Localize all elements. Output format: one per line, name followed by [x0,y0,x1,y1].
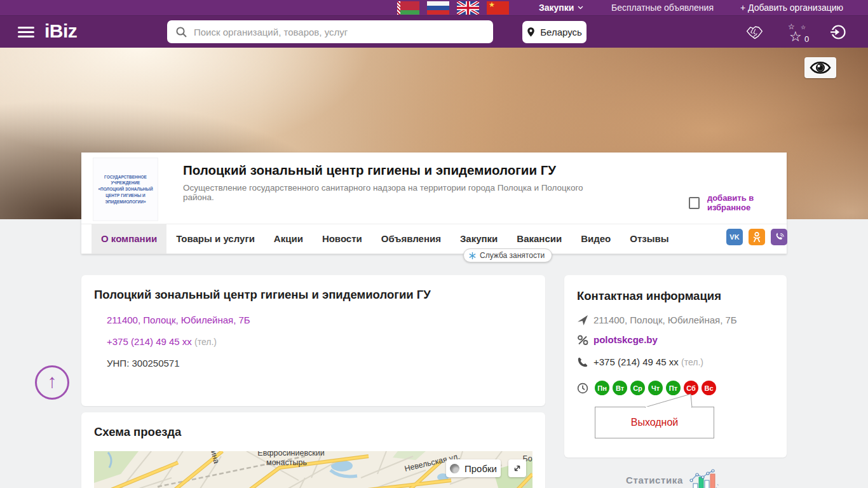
expand-icon [512,463,523,474]
viber-icon[interactable] [771,229,787,245]
phone-icon [577,356,588,368]
topbar-free-ads-link[interactable]: Бесплатные объявления [611,3,714,13]
company-description: Осуществление государственного санитарно… [183,183,609,202]
search-input[interactable] [194,20,493,43]
topbar: ★ Закупки Бесплатные объявления + Добави… [0,0,868,16]
company-phone-link[interactable]: +375 (214) 49 45 xx [107,336,192,347]
contact-phone: +375 (214) 49 45 xx [593,356,679,367]
social-links: VK [726,229,787,245]
traffic-label: Пробки [465,463,497,474]
login-icon[interactable] [829,24,846,43]
vk-icon[interactable]: VK [726,229,743,245]
flag-china-icon[interactable]: ★ [487,1,509,15]
map-label-monastery-2: монастырь [266,458,307,467]
company-name: Полоцкий зональный центр гигиены и эпиде… [183,163,556,178]
company-phone-row: +375 (214) 49 45 xx (тел.) [107,336,217,347]
chevron-down-icon [578,6,583,10]
favorites-stars-icon[interactable]: ☆ ☆ ☆ 0 [788,26,813,48]
favorite-label: добавить в избранное [707,193,787,212]
map-expand-button[interactable] [508,459,526,477]
map-label-monastery-1: Евфросиниевский [257,451,324,458]
company-address-link[interactable]: 211400, Полоцк, Юбилейная, 7Б [107,315,250,325]
handshake-icon[interactable] [745,24,764,43]
traffic-button[interactable]: Пробки [446,459,501,477]
map-heading: Схема проезда [94,425,181,439]
map-section: Схема проезда [81,412,545,488]
search-bar [167,20,493,43]
uk-flag-graphic [457,1,479,15]
eye-icon [809,60,832,76]
tab-products[interactable]: Товары и услуги [166,224,264,254]
site-logo[interactable]: iBiz [44,20,77,42]
nav-arrow-icon [577,315,588,326]
tab-reviews[interactable]: Отзывы [620,224,678,254]
tab-video[interactable]: Видео [571,224,620,254]
main-header: iBiz Беларусь ☆ ☆ ☆ 0 [0,16,868,48]
traffic-light-icon [450,464,459,473]
flag-belarus-icon[interactable] [397,1,419,15]
tab-promos[interactable]: Акции [264,224,313,254]
company-logo: ГОСУДАРСТВЕННОЕ УЧРЕЖДЕНИЕ «ПОЛОЦКИЙ ЗОН… [93,158,158,221]
flag-uk-icon[interactable] [457,1,479,15]
language-flags: ★ [397,1,509,15]
contact-phone-row: +375 (214) 49 45 xx (тел.) [593,356,703,367]
contact-heading: Контактная информация [577,289,721,303]
menu-icon[interactable] [18,27,34,37]
stats-chart-icon [689,468,719,488]
day-badge-tue: Вт [613,381,627,395]
company-tabs: О компании Товары и услуги Акции Новости… [81,224,787,254]
favorites-count: 0 [804,34,809,44]
arrow-up-icon: ↑ [48,372,57,391]
vacancies-tooltip-label: Служба занятости [480,251,545,260]
flag-russia-icon[interactable] [427,1,449,15]
statistics-block[interactable]: Статистика [626,468,719,488]
contact-phone-note: (тел.) [681,357,703,367]
tab-about[interactable]: О компании [92,224,166,254]
tab-news[interactable]: Новости [313,224,372,254]
odnoklassniki-icon[interactable] [749,229,765,245]
location-button[interactable]: Беларусь [522,21,587,43]
accessibility-version-button[interactable] [804,57,836,78]
clock-icon [577,383,588,394]
about-section: Полоцкий зональный центр гигиены и эпиде… [81,275,545,406]
phone-note: (тел.) [194,337,217,347]
dayoff-tooltip: Выходной [595,407,714,438]
day-badge-mon: Пн [595,381,609,395]
company-unp: УНП: 300250571 [107,358,180,369]
link-icon [577,334,588,346]
contact-address: 211400, Полоцк, Юбилейная, 7Б [593,315,737,325]
location-pin-icon [527,27,535,37]
scroll-top-button[interactable]: ↑ [35,365,69,400]
day-badge-sun: Вс [702,381,716,395]
about-heading: Полоцкий зональный центр гигиены и эпиде… [94,288,431,302]
route-map[interactable]: Евфросиниевский монастырь Невельская ул.… [94,451,532,488]
page: ★ Закупки Бесплатные объявления + Добави… [0,0,868,488]
search-icon [175,26,187,38]
contact-info-section: Контактная информация 211400, Полоцк, Юб… [564,275,787,458]
location-label: Беларусь [540,27,582,37]
employment-service-icon [469,252,476,259]
topbar-add-organization-link[interactable]: + Добавить организацию [740,3,843,13]
company-card: ГОСУДАРСТВЕННОЕ УЧРЕЖДЕНИЕ «ПОЛОЦКИЙ ЗОН… [81,152,787,254]
zakupki-label: Закупки [539,3,574,13]
statistics-label: Статистика [626,475,683,485]
tab-ads[interactable]: Объявления [372,224,451,254]
favorite-checkbox[interactable] [689,197,700,209]
contact-website-link[interactable]: polotskcge.by [593,334,658,345]
topbar-zakupki-menu[interactable]: Закупки [539,3,583,13]
dayoff-tooltip-pointer [639,392,699,409]
vacancies-tooltip: Служба занятости [463,248,552,262]
add-to-favorites[interactable]: добавить в избранное [689,193,787,212]
